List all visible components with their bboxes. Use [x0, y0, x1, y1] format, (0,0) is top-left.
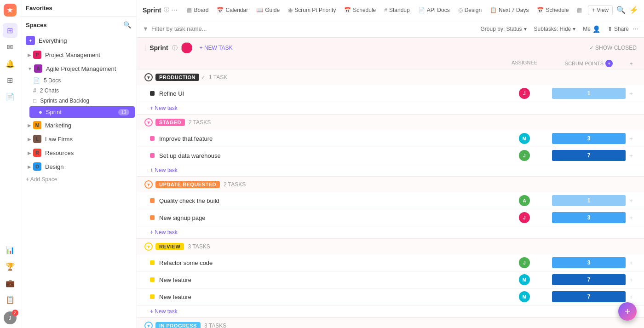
- sidebar-item-project-management[interactable]: ▶ P Project Management: [22, 48, 135, 61]
- task-add-btn[interactable]: +: [626, 293, 637, 300]
- sprint-info-icon[interactable]: ⓘ: [164, 6, 169, 14]
- group-by-dropdown[interactable]: Group by: Status ▾: [481, 26, 527, 32]
- task-name[interactable]: New feature: [159, 293, 497, 300]
- task-add-btn[interactable]: +: [626, 259, 637, 266]
- new-task-row-label: + New task: [150, 105, 178, 111]
- sidebar-item-everything[interactable]: ✦ Everything: [20, 33, 137, 48]
- user-avatar[interactable]: J 2: [4, 311, 17, 324]
- update-expand-icon[interactable]: ▼: [144, 180, 153, 189]
- board-tab-icon: ▦: [187, 7, 192, 13]
- show-closed-btn[interactable]: ✓ SHOW CLOSED: [589, 45, 637, 51]
- sidebar-item-law-firms[interactable]: ▶ L Law Firms: [22, 132, 135, 145]
- tab-design[interactable]: ◎Design: [454, 5, 485, 16]
- task-name[interactable]: Set up data warehouse: [159, 152, 497, 159]
- review-expand-icon[interactable]: ▼: [144, 242, 153, 251]
- expand-icon-marketing: ▶: [28, 123, 31, 128]
- task-add-btn[interactable]: +: [626, 214, 637, 221]
- notification-badge: 2: [12, 310, 18, 316]
- assignee-avatar: J: [519, 150, 530, 161]
- search-action-icon[interactable]: 🔍: [616, 6, 626, 14]
- share-btn[interactable]: ⬆ Share: [608, 26, 629, 32]
- staged-expand-icon[interactable]: ▼: [144, 118, 153, 127]
- tab-board[interactable]: ▦Board: [183, 5, 212, 16]
- filter-input[interactable]: [151, 25, 481, 32]
- task-name[interactable]: Refine UI: [159, 90, 497, 97]
- tab-api-docs[interactable]: 📄API Docs: [414, 5, 454, 16]
- filter-more-icon[interactable]: ⋯: [632, 25, 638, 32]
- add-space-btn[interactable]: + Add Space: [20, 173, 137, 185]
- tab-scrum-pt-priority[interactable]: ◉Scrum Pt Priority: [284, 5, 339, 16]
- grid-icon[interactable]: ⊞: [3, 73, 17, 87]
- tab-standup[interactable]: #Standup: [380, 5, 413, 16]
- sidebar-item-marketing[interactable]: ▶ M Marketing: [22, 119, 135, 132]
- plus-view-btn[interactable]: + View: [588, 5, 613, 15]
- bag-icon[interactable]: 💼: [3, 276, 17, 290]
- in-progress-task-count: 3 TASKS: [204, 322, 226, 328]
- bell-icon[interactable]: 🔔: [3, 56, 17, 71]
- sidebar-search-icon[interactable]: 🔍: [123, 21, 131, 29]
- resources-label: Resources: [45, 150, 129, 156]
- sidebar-item-resources[interactable]: ▶ R Resources: [22, 146, 135, 159]
- task-add-btn[interactable]: +: [626, 90, 637, 97]
- sprint-more-icon[interactable]: ⋯: [171, 6, 178, 14]
- tab-calendar[interactable]: 📅Calendar: [213, 5, 252, 16]
- assignee-avatar: M: [519, 291, 530, 302]
- sidebar-item-agile-pm[interactable]: ▼ A Agile Project Management: [22, 62, 135, 75]
- check-icon: ✓: [589, 45, 594, 51]
- docs-icon[interactable]: 📄: [3, 89, 17, 104]
- me-filter-btn[interactable]: Me 👤: [583, 25, 600, 33]
- tab-schedule2[interactable]: 📅Schedule: [533, 5, 572, 16]
- production-expand-icon[interactable]: ▼: [144, 73, 153, 81]
- tab-next7days[interactable]: 📋Next 7 Days: [486, 5, 532, 16]
- fab-add-btn[interactable]: +: [618, 302, 637, 321]
- task-name[interactable]: New feature: [159, 276, 497, 283]
- group-by-label: Group by: Status: [481, 26, 522, 32]
- resources-icon: R: [33, 149, 41, 157]
- everything-icon: ✦: [26, 36, 35, 45]
- new-task-row[interactable]: + New task: [137, 102, 644, 115]
- task-name[interactable]: Improve that feature: [159, 135, 497, 142]
- tab-guide[interactable]: 📖Guide: [253, 5, 283, 16]
- in-progress-expand-icon[interactable]: ▼: [144, 322, 153, 328]
- sub-item-2chats[interactable]: # 2 Chats: [29, 86, 137, 96]
- task-name[interactable]: Refactor some code: [159, 259, 497, 266]
- sub-item-5docs[interactable]: 📄 5 Docs: [29, 75, 137, 86]
- tab-grid[interactable]: ▦: [573, 5, 587, 16]
- assignee-avatar: J: [519, 88, 530, 99]
- task-add-btn[interactable]: +: [626, 152, 637, 159]
- schedule-tab-icon: 📅: [344, 7, 351, 13]
- home-icon[interactable]: ⊞: [3, 23, 17, 38]
- scrum-points-cell: 1: [552, 88, 626, 99]
- task-add-btn[interactable]: +: [626, 276, 637, 283]
- task-name[interactable]: Quality check the build: [159, 197, 497, 204]
- subtasks-dropdown[interactable]: Subtasks: Hide ▾: [534, 26, 576, 32]
- chart-icon[interactable]: 📊: [3, 242, 17, 257]
- new-task-row[interactable]: + New task: [137, 226, 644, 239]
- sidebar-item-sprint[interactable]: ● Sprint 13: [29, 106, 135, 118]
- new-task-row[interactable]: + New task: [137, 305, 644, 318]
- task-add-btn[interactable]: +: [626, 197, 637, 204]
- trophy-icon[interactable]: 🏆: [3, 259, 17, 274]
- bolt-action-icon[interactable]: ⚡: [629, 6, 638, 14]
- pm-icon: P: [33, 51, 41, 59]
- task-add-btn[interactable]: +: [626, 135, 637, 142]
- task-assignee: M: [497, 291, 552, 302]
- sprint-info-circle[interactable]: ⓘ: [172, 44, 178, 52]
- new-task-btn[interactable]: + NEW TASK: [200, 45, 233, 51]
- inbox-icon[interactable]: ✉: [3, 40, 17, 54]
- task-assignee: J: [497, 212, 552, 223]
- scrum-plus-icon[interactable]: +: [605, 60, 613, 67]
- scrum-points-cell: 1: [552, 195, 626, 206]
- sub-item-sprints-backlog[interactable]: □ Sprints and Backlog: [29, 96, 137, 106]
- favorites-label: Favorites: [26, 5, 52, 12]
- top-nav-actions: + View 🔍 ⚡: [588, 5, 638, 15]
- clipboard-icon[interactable]: 📋: [3, 292, 17, 307]
- tab-schedule[interactable]: 📅Schedule: [340, 5, 380, 16]
- table-row: Refine UI J 1 +: [137, 85, 644, 102]
- col-add-header[interactable]: +: [626, 60, 637, 67]
- sidebar-item-design[interactable]: ▶ D Design: [22, 160, 135, 173]
- sprints-icon: □: [33, 98, 36, 104]
- new-task-row[interactable]: + New task: [137, 164, 644, 177]
- task-name[interactable]: New signup page: [159, 214, 497, 221]
- group-by-chevron: ▾: [524, 26, 527, 32]
